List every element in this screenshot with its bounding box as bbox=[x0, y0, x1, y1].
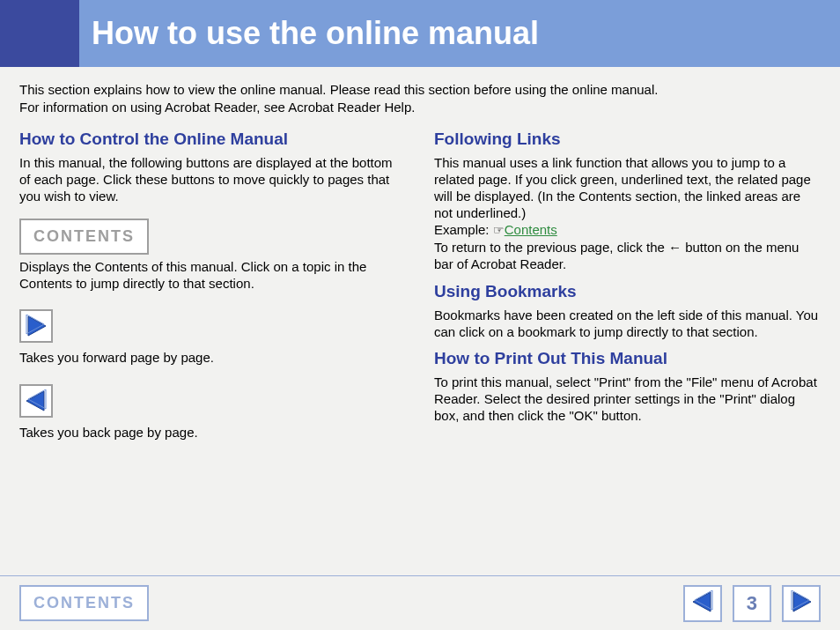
contents-button-example[interactable]: CONTENTS bbox=[19, 219, 149, 255]
control-intro-text: In this manual, the following buttons ar… bbox=[19, 154, 406, 205]
footer-nav: 3 bbox=[683, 585, 821, 622]
left-column: How to Control the Online Manual In this… bbox=[19, 126, 406, 449]
svg-marker-4 bbox=[693, 592, 711, 611]
forward-button-example[interactable] bbox=[19, 309, 53, 343]
back-button-example[interactable] bbox=[19, 384, 53, 418]
contents-button-desc: Displays the Contents of this manual. Cl… bbox=[19, 258, 406, 292]
page-number: 3 bbox=[733, 585, 771, 622]
header-accent-block bbox=[0, 0, 79, 67]
links-text-a: This manual uses a link function that al… bbox=[434, 155, 811, 221]
footer-forward-icon bbox=[790, 590, 813, 617]
footer-back-button[interactable] bbox=[683, 585, 722, 622]
forward-icon bbox=[25, 315, 48, 337]
contents-button-label: CONTENTS bbox=[33, 227, 135, 245]
footer-contents-label: CONTENTS bbox=[33, 594, 135, 611]
back-button-desc: Takes you back page by page. bbox=[19, 424, 406, 441]
right-column: Following Links This manual uses a link … bbox=[434, 126, 821, 449]
intro-line-2: For information on using Acrobat Reader,… bbox=[19, 99, 821, 116]
intro-text: This section explains how to view the on… bbox=[0, 67, 840, 126]
back-arrow-icon: ← bbox=[668, 239, 682, 256]
section-heading-bookmarks: Using Bookmarks bbox=[434, 282, 821, 301]
section-heading-links: Following Links bbox=[434, 130, 821, 149]
back-icon bbox=[25, 389, 48, 412]
page-title: How to use the online manual bbox=[92, 15, 539, 52]
return-text-a: To return to the previous page, click th… bbox=[434, 240, 668, 255]
links-paragraph: This manual uses a link function that al… bbox=[434, 154, 821, 273]
example-link[interactable]: Contents bbox=[505, 222, 557, 237]
page-header: How to use the online manual bbox=[0, 0, 840, 67]
svg-marker-2 bbox=[26, 391, 44, 411]
bookmarks-text: Bookmarks have been created on the left … bbox=[434, 307, 821, 340]
section-heading-control: How to Control the Online Manual bbox=[19, 130, 406, 149]
forward-button-desc: Takes you forward page by page. bbox=[19, 349, 406, 366]
print-text: To print this manual, select "Print" fro… bbox=[434, 374, 821, 425]
page-footer: CONTENTS 3 bbox=[0, 575, 840, 630]
footer-forward-button[interactable] bbox=[782, 585, 821, 622]
example-label: Example: bbox=[434, 222, 493, 237]
section-heading-print: How to Print Out This Manual bbox=[434, 349, 821, 368]
footer-contents-button[interactable]: CONTENTS bbox=[19, 585, 149, 621]
intro-line-1: This section explains how to view the on… bbox=[19, 81, 821, 99]
header-main: How to use the online manual bbox=[79, 0, 840, 67]
svg-marker-6 bbox=[793, 592, 811, 611]
footer-back-icon bbox=[691, 590, 714, 617]
svg-marker-0 bbox=[28, 316, 46, 336]
pointer-icon: ☞ bbox=[493, 223, 505, 239]
